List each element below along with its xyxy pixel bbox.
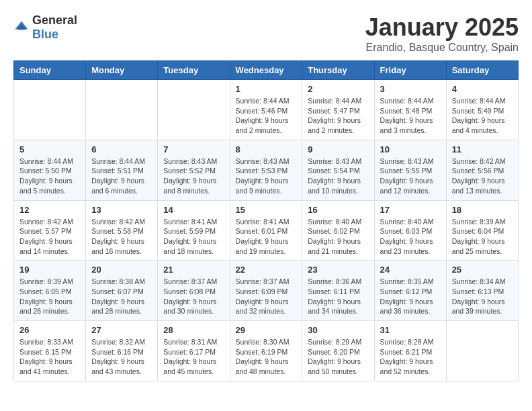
calendar-cell <box>446 321 518 381</box>
day-number: 17 <box>380 205 441 215</box>
calendar-cell <box>86 80 158 140</box>
day-info: Sunrise: 8:35 AM Sunset: 6:12 PM Dayligh… <box>380 277 441 316</box>
day-info: Sunrise: 8:37 AM Sunset: 6:09 PM Dayligh… <box>236 277 297 316</box>
calendar-cell: 18Sunrise: 8:39 AM Sunset: 6:04 PM Dayli… <box>446 200 518 261</box>
day-info: Sunrise: 8:44 AM Sunset: 5:49 PM Dayligh… <box>452 96 513 136</box>
weekday-header-cell: Friday <box>374 61 446 80</box>
calendar-cell: 25Sunrise: 8:34 AM Sunset: 6:13 PM Dayli… <box>446 261 518 321</box>
calendar-cell: 28Sunrise: 8:31 AM Sunset: 6:17 PM Dayli… <box>158 321 230 381</box>
day-info: Sunrise: 8:42 AM Sunset: 5:57 PM Dayligh… <box>19 217 80 257</box>
calendar-cell: 9Sunrise: 8:43 AM Sunset: 5:54 PM Daylig… <box>302 140 374 200</box>
day-number: 26 <box>19 325 80 335</box>
day-info: Sunrise: 8:44 AM Sunset: 5:47 PM Dayligh… <box>308 96 368 136</box>
day-number: 29 <box>236 325 297 335</box>
day-number: 7 <box>163 144 224 154</box>
day-info: Sunrise: 8:42 AM Sunset: 5:56 PM Dayligh… <box>452 156 513 196</box>
day-info: Sunrise: 8:33 AM Sunset: 6:15 PM Dayligh… <box>19 337 80 377</box>
day-number: 22 <box>236 265 297 275</box>
weekday-header-cell: Wednesday <box>230 61 302 80</box>
calendar-cell <box>14 80 86 140</box>
day-number: 24 <box>380 265 441 275</box>
calendar-cell: 31Sunrise: 8:28 AM Sunset: 6:21 PM Dayli… <box>374 321 446 381</box>
day-info: Sunrise: 8:42 AM Sunset: 5:58 PM Dayligh… <box>91 217 152 257</box>
calendar-cell: 1Sunrise: 8:44 AM Sunset: 5:46 PM Daylig… <box>230 80 302 140</box>
calendar-cell: 26Sunrise: 8:33 AM Sunset: 6:15 PM Dayli… <box>14 321 86 381</box>
month-title: January 2025 <box>365 13 519 42</box>
weekday-header-cell: Monday <box>86 61 158 80</box>
weekday-header-row: SundayMondayTuesdayWednesdayThursdayFrid… <box>14 61 519 80</box>
calendar-cell: 14Sunrise: 8:41 AM Sunset: 5:59 PM Dayli… <box>158 200 230 261</box>
calendar-cell: 12Sunrise: 8:42 AM Sunset: 5:57 PM Dayli… <box>14 200 86 261</box>
day-info: Sunrise: 8:44 AM Sunset: 5:48 PM Dayligh… <box>380 96 441 136</box>
calendar-cell: 29Sunrise: 8:30 AM Sunset: 6:19 PM Dayli… <box>230 321 302 381</box>
day-number: 20 <box>91 265 152 275</box>
day-number: 28 <box>163 325 224 335</box>
calendar-cell: 21Sunrise: 8:37 AM Sunset: 6:08 PM Dayli… <box>158 261 230 321</box>
day-info: Sunrise: 8:43 AM Sunset: 5:55 PM Dayligh… <box>380 156 441 196</box>
day-info: Sunrise: 8:29 AM Sunset: 6:20 PM Dayligh… <box>308 337 368 377</box>
calendar-cell: 6Sunrise: 8:44 AM Sunset: 5:51 PM Daylig… <box>86 140 158 200</box>
day-info: Sunrise: 8:36 AM Sunset: 6:11 PM Dayligh… <box>308 277 368 316</box>
day-number: 31 <box>380 325 441 335</box>
day-info: Sunrise: 8:37 AM Sunset: 6:08 PM Dayligh… <box>163 277 224 316</box>
day-number: 1 <box>236 84 297 94</box>
calendar-cell: 17Sunrise: 8:40 AM Sunset: 6:03 PM Dayli… <box>374 200 446 261</box>
calendar-cell: 2Sunrise: 8:44 AM Sunset: 5:47 PM Daylig… <box>302 80 374 140</box>
day-info: Sunrise: 8:44 AM Sunset: 5:46 PM Dayligh… <box>236 96 297 136</box>
day-number: 8 <box>236 144 297 154</box>
day-info: Sunrise: 8:39 AM Sunset: 6:05 PM Dayligh… <box>19 277 80 316</box>
calendar-cell: 3Sunrise: 8:44 AM Sunset: 5:48 PM Daylig… <box>374 80 446 140</box>
calendar-cell: 5Sunrise: 8:44 AM Sunset: 5:50 PM Daylig… <box>14 140 86 200</box>
calendar-cell: 20Sunrise: 8:38 AM Sunset: 6:07 PM Dayli… <box>86 261 158 321</box>
weekday-header-cell: Saturday <box>446 61 518 80</box>
day-number: 27 <box>91 325 152 335</box>
day-info: Sunrise: 8:28 AM Sunset: 6:21 PM Dayligh… <box>380 337 441 377</box>
logo-text-general: General <box>32 13 77 27</box>
calendar-cell: 24Sunrise: 8:35 AM Sunset: 6:12 PM Dayli… <box>374 261 446 321</box>
location-title: Erandio, Basque Country, Spain <box>365 42 519 54</box>
calendar-cell: 15Sunrise: 8:41 AM Sunset: 6:01 PM Dayli… <box>230 200 302 261</box>
day-number: 10 <box>380 144 441 154</box>
weekday-header-cell: Thursday <box>302 61 374 80</box>
calendar-cell: 8Sunrise: 8:43 AM Sunset: 5:53 PM Daylig… <box>230 140 302 200</box>
day-info: Sunrise: 8:38 AM Sunset: 6:07 PM Dayligh… <box>91 277 152 316</box>
calendar-cell: 10Sunrise: 8:43 AM Sunset: 5:55 PM Dayli… <box>374 140 446 200</box>
calendar-week-row: 12Sunrise: 8:42 AM Sunset: 5:57 PM Dayli… <box>14 200 519 261</box>
calendar-cell: 22Sunrise: 8:37 AM Sunset: 6:09 PM Dayli… <box>230 261 302 321</box>
calendar-week-row: 26Sunrise: 8:33 AM Sunset: 6:15 PM Dayli… <box>14 321 519 381</box>
day-number: 18 <box>452 205 513 215</box>
calendar-cell: 13Sunrise: 8:42 AM Sunset: 5:58 PM Dayli… <box>86 200 158 261</box>
calendar-body: 1Sunrise: 8:44 AM Sunset: 5:46 PM Daylig… <box>14 80 519 381</box>
calendar-cell: 19Sunrise: 8:39 AM Sunset: 6:05 PM Dayli… <box>14 261 86 321</box>
day-number: 30 <box>308 325 368 335</box>
day-info: Sunrise: 8:44 AM Sunset: 5:50 PM Dayligh… <box>19 156 80 196</box>
day-info: Sunrise: 8:41 AM Sunset: 6:01 PM Dayligh… <box>236 217 297 257</box>
day-number: 6 <box>91 144 152 154</box>
day-number: 5 <box>19 144 80 154</box>
calendar-table: SundayMondayTuesdayWednesdayThursdayFrid… <box>13 60 519 381</box>
day-number: 11 <box>452 144 513 154</box>
day-number: 16 <box>308 205 368 215</box>
day-number: 14 <box>163 205 224 215</box>
day-number: 9 <box>308 144 368 154</box>
day-number: 13 <box>91 205 152 215</box>
page-header: General Blue January 2025 Erandio, Basqu… <box>13 13 519 54</box>
day-info: Sunrise: 8:31 AM Sunset: 6:17 PM Dayligh… <box>163 337 224 377</box>
day-number: 4 <box>452 84 513 94</box>
calendar-cell: 27Sunrise: 8:32 AM Sunset: 6:16 PM Dayli… <box>86 321 158 381</box>
weekday-header-cell: Sunday <box>14 61 86 80</box>
calendar-cell: 7Sunrise: 8:43 AM Sunset: 5:52 PM Daylig… <box>158 140 230 200</box>
day-info: Sunrise: 8:39 AM Sunset: 6:04 PM Dayligh… <box>452 217 513 257</box>
day-info: Sunrise: 8:41 AM Sunset: 5:59 PM Dayligh… <box>163 217 224 257</box>
day-info: Sunrise: 8:32 AM Sunset: 6:16 PM Dayligh… <box>91 337 152 377</box>
logo: General Blue <box>13 13 77 42</box>
day-number: 25 <box>452 265 513 275</box>
logo-text-blue: Blue <box>32 28 58 41</box>
weekday-header-cell: Tuesday <box>158 61 230 80</box>
day-number: 19 <box>19 265 80 275</box>
day-info: Sunrise: 8:30 AM Sunset: 6:19 PM Dayligh… <box>236 337 297 377</box>
calendar-cell: 23Sunrise: 8:36 AM Sunset: 6:11 PM Dayli… <box>302 261 374 321</box>
logo-icon <box>13 19 30 36</box>
calendar-week-row: 19Sunrise: 8:39 AM Sunset: 6:05 PM Dayli… <box>14 261 519 321</box>
day-info: Sunrise: 8:43 AM Sunset: 5:52 PM Dayligh… <box>163 156 224 196</box>
